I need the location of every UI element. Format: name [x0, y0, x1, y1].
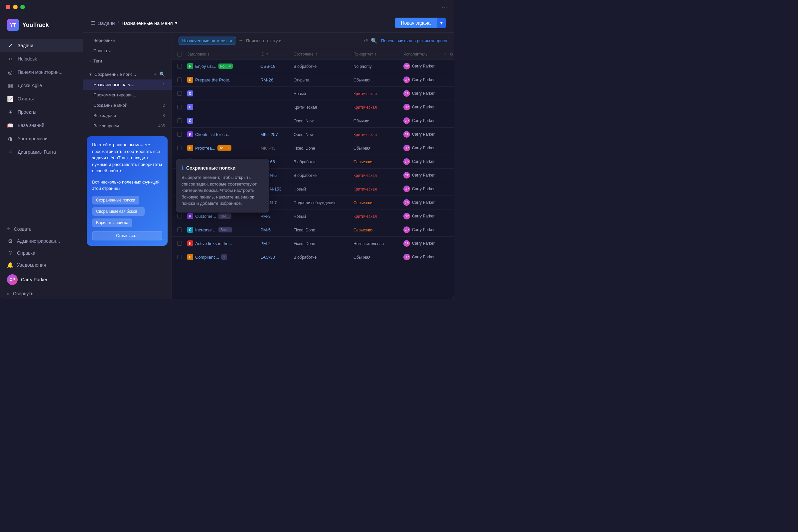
task-title-cell: O [187, 104, 260, 110]
tag-pill[interactable]: To... × [217, 145, 232, 151]
minimize-button[interactable] [13, 5, 18, 9]
table-row[interactable]: O Complianc... 2 LAC-30 В обработке Обыч… [172, 250, 454, 264]
agile-icon: ▦ [7, 82, 14, 89]
tooltip-header: ℹ Сохраненные поиски [182, 165, 263, 171]
row-select[interactable] [177, 214, 182, 218]
sidebar-item-dashboards[interactable]: ◎ Панели мониторин... [0, 65, 83, 79]
row-select[interactable] [177, 64, 182, 69]
avatar: CP [403, 186, 410, 192]
admin-label: Администрирован... [17, 239, 60, 244]
table-row[interactable]: O Новый Критическая CP Carry Parker [172, 87, 454, 100]
sidebar-logo[interactable]: YT YouTrack [0, 14, 83, 36]
task-type-badge: O [187, 145, 193, 151]
search-execute-icon[interactable]: 🔍 [371, 38, 377, 44]
filter-tag-assigned[interactable]: Назначенные на меня × [178, 37, 236, 45]
add-filter-button[interactable]: + [240, 37, 243, 44]
dashboards-icon: ◎ [7, 69, 14, 75]
select-all-checkbox[interactable] [177, 52, 182, 57]
th-id[interactable]: ID ⇕ [260, 52, 293, 57]
sidebar-item-time[interactable]: ◑ Учет времени [0, 132, 83, 145]
table-row[interactable]: C Increase ... Зве... PM-5 Fixed, Done С… [172, 223, 454, 237]
tag-pill[interactable]: Fo... × [218, 63, 233, 69]
th-title[interactable]: Заголовок ⇕ [187, 52, 260, 57]
th-priority[interactable]: Приоритет ⇕ [354, 52, 403, 57]
row-checkbox [177, 241, 187, 246]
sidebar-item-agile[interactable]: ▦ Доски Agile [0, 79, 83, 92]
task-id: MKT-257 [260, 131, 293, 137]
saved-search-all-requests[interactable]: Все запросы 485 [83, 121, 172, 131]
saved-searches-actions: + 🔍 [154, 72, 165, 77]
table-row[interactable]: O Proofrea... To... × MKT-43 Fixed, Done… [172, 141, 454, 155]
sidebar-item-reports[interactable]: 📈 Отчеты [0, 92, 83, 106]
table-row[interactable]: K Clients list for ca... MKT-257 Open, N… [172, 128, 454, 141]
th-status-label: Состояние [293, 52, 314, 57]
saved-search-assigned[interactable]: Назначенные на м... 1 [83, 79, 172, 90]
task-assignee: CP Carry Parker [403, 172, 453, 178]
info-btn-collapsible[interactable]: Сворачиваемая боков... [92, 207, 145, 216]
sidebar-item-projects[interactable]: ⊞ Проекты [0, 106, 83, 119]
row-select[interactable] [177, 146, 182, 150]
row-select[interactable] [177, 241, 182, 246]
panel-item-drafts[interactable]: › Черновики [83, 35, 172, 45]
sort-icon: ⇕ [266, 53, 268, 56]
tag-close-icon[interactable]: × [229, 64, 231, 68]
task-priority: Критическая [354, 213, 403, 219]
new-task-button[interactable]: Новая задача [395, 18, 437, 28]
user-profile[interactable]: CP Carry Parker [0, 271, 83, 288]
table-row[interactable]: O Open, New Обычная CP Carry Parker [172, 114, 454, 128]
admin-item[interactable]: ⚙ Администрирован... [0, 235, 83, 247]
collapse-button[interactable]: « Свернуть [0, 288, 83, 299]
switch-to-query-mode[interactable]: Переключиться в режим запроса [381, 38, 447, 43]
settings-icon[interactable]: ⚙ [450, 52, 453, 57]
row-select[interactable] [177, 77, 182, 82]
th-id-label: ID [260, 52, 264, 57]
saved-searches-header: ▾ Сохраненные поис... + 🔍 [83, 69, 172, 79]
info-btn-saved-searches[interactable]: Сохраненные поиски [92, 196, 139, 205]
close-button[interactable] [6, 5, 10, 9]
search-input[interactable] [246, 38, 360, 43]
titlebar-menu[interactable]: ··· [441, 4, 449, 11]
tag-close-icon[interactable]: × [228, 146, 230, 150]
notifications-item[interactable]: 🔔 Уведомления [0, 259, 83, 271]
saved-search-all-tasks[interactable]: Все задачи 8 [83, 110, 172, 121]
panel-item-projects[interactable]: › Проекты [83, 45, 172, 56]
info-btn-hide[interactable]: Скрыть со... [92, 231, 162, 241]
maximize-button[interactable] [20, 5, 25, 9]
row-select[interactable] [177, 105, 182, 109]
row-checkbox [177, 255, 187, 259]
sidebar-item-gantt[interactable]: ≡ Диаграммы Ганта [0, 145, 83, 158]
info-btn-search-options[interactable]: Варианты поиска [92, 218, 132, 227]
help-item[interactable]: ? Справка [0, 247, 83, 259]
table-row[interactable]: O Prepare the Proje... RM-26 Открыта Обы… [172, 73, 454, 87]
saved-search-created[interactable]: Созданные мной 2 [83, 100, 172, 110]
create-button[interactable]: + Создать [0, 223, 83, 235]
task-priority: Критическая [354, 91, 403, 96]
sidebar-item-helpdesk[interactable]: ○ Helpdesk [0, 52, 83, 65]
table-row[interactable]: O Критическая Критическая CP Carry Parke… [172, 100, 454, 114]
row-select[interactable] [177, 255, 182, 259]
add-saved-search-button[interactable]: + [154, 72, 157, 77]
row-select[interactable] [177, 91, 182, 96]
breadcrumb-tasks[interactable]: Задачи [98, 20, 115, 26]
filter-tag-close-icon[interactable]: × [230, 39, 232, 43]
th-status[interactable]: Состояние ⇕ [293, 52, 354, 57]
row-select[interactable] [177, 132, 182, 137]
refresh-icon[interactable]: ↺ [364, 38, 368, 44]
sort-icon: ⇕ [207, 53, 210, 56]
task-priority: Критическая [354, 172, 403, 178]
task-assignee: CP Carry Parker [403, 199, 453, 206]
row-select[interactable] [177, 227, 182, 232]
search-saved-searches-button[interactable]: 🔍 [159, 72, 165, 77]
table-row[interactable]: F Enjoy usi... Fo... × CSS-19 В обработк… [172, 59, 454, 73]
assignee-name: Carry Parker [412, 159, 435, 164]
saved-search-commented[interactable]: Прокомментирован... [83, 90, 172, 100]
task-type-badge: C [187, 227, 193, 233]
sidebar-item-knowledge[interactable]: 📖 База знаний [0, 119, 83, 132]
sidebar-item-tasks[interactable]: ✓ Задачи [0, 39, 83, 52]
table-row[interactable]: H Active links in the... PM-2 Fixed, Don… [172, 237, 454, 250]
add-column-icon[interactable]: + [444, 52, 447, 57]
panel-item-tags[interactable]: › Теги [83, 56, 172, 66]
new-task-dropdown-button[interactable]: ▾ [437, 18, 446, 28]
breadcrumb-current[interactable]: Назначенные на меня ▾ [122, 20, 177, 26]
row-select[interactable] [177, 118, 182, 123]
